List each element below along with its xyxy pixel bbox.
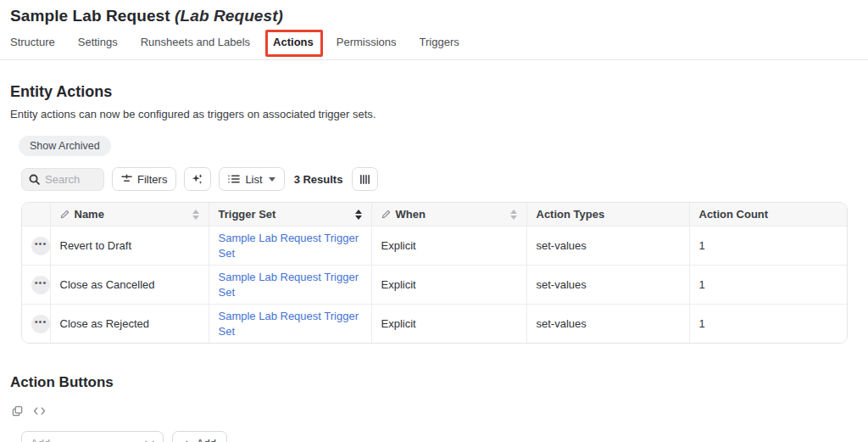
sort-icon-trigger-set[interactable] bbox=[355, 210, 362, 220]
trigger-set-link[interactable]: Sample Lab Request Trigger Set bbox=[219, 270, 362, 299]
search-input[interactable] bbox=[45, 173, 97, 186]
tab-triggers[interactable]: Triggers bbox=[420, 36, 459, 59]
entity-name: Sample Lab Request bbox=[10, 7, 170, 25]
pencil-icon bbox=[60, 210, 70, 219]
add-button[interactable]: + Add bbox=[172, 431, 227, 442]
code-icon[interactable] bbox=[33, 406, 46, 416]
row-menu-button[interactable]: ••• bbox=[31, 237, 50, 255]
sort-icon-name[interactable] bbox=[192, 210, 199, 220]
filter-icon bbox=[121, 174, 132, 184]
column-header-action-count[interactable]: Action Count bbox=[689, 203, 847, 227]
tab-actions[interactable]: Actions bbox=[273, 36, 314, 59]
action-buttons-controls: Add... + Add bbox=[0, 431, 868, 442]
search-icon bbox=[29, 174, 40, 185]
column-label-trigger-set: Trigger Set bbox=[219, 208, 276, 221]
table-row: ••• Revert to Draft Sample Lab Request T… bbox=[22, 227, 847, 266]
vertical-bars-icon bbox=[359, 174, 370, 185]
sparkles-button[interactable] bbox=[184, 167, 211, 191]
add-select[interactable]: Add... bbox=[21, 431, 164, 442]
page-title: Sample Lab Request (Lab Request) bbox=[10, 7, 858, 25]
table-header-row: Name Trigger Set bbox=[22, 203, 847, 227]
list-view-button[interactable]: List bbox=[219, 167, 284, 191]
cell-action-count: 1 bbox=[689, 266, 847, 305]
show-archived-button[interactable]: Show Archived bbox=[19, 136, 111, 156]
entity-actions-table: Name Trigger Set bbox=[21, 202, 848, 344]
table-toolbar: Filters List 3 Results bbox=[0, 167, 868, 191]
sparkles-icon bbox=[192, 173, 203, 185]
sort-icon-when[interactable] bbox=[510, 210, 517, 220]
tab-permissions[interactable]: Permissions bbox=[337, 36, 397, 59]
list-icon bbox=[228, 174, 240, 184]
add-select-placeholder: Add... bbox=[31, 437, 59, 442]
table-row: ••• Close as Rejected Sample Lab Request… bbox=[22, 305, 847, 344]
tab-bar: Structure Settings Runsheets and Labels … bbox=[0, 25, 868, 60]
cell-name: Revert to Draft bbox=[50, 227, 209, 266]
results-count: 3 Results bbox=[294, 173, 343, 186]
cell-when: Explicit bbox=[371, 305, 526, 344]
cell-action-types: set-values bbox=[526, 227, 689, 266]
column-header-trigger-set[interactable]: Trigger Set bbox=[209, 203, 371, 227]
column-label-action-count: Action Count bbox=[699, 208, 769, 221]
row-menu-button[interactable]: ••• bbox=[31, 315, 50, 333]
column-header-name[interactable]: Name bbox=[50, 203, 209, 227]
entity-actions-heading: Entity Actions bbox=[0, 83, 868, 101]
search-box[interactable] bbox=[21, 168, 104, 191]
tab-actions-label: Actions bbox=[273, 36, 314, 48]
cell-name: Close as Rejected bbox=[50, 305, 209, 344]
list-label: List bbox=[245, 173, 262, 186]
entity-actions-description: Entity actions can now be configured as … bbox=[0, 108, 868, 120]
column-density-button[interactable] bbox=[352, 167, 378, 191]
plus-icon: + bbox=[183, 436, 191, 442]
column-header-menu bbox=[22, 203, 50, 227]
page: Sample Lab Request (Lab Request) Structu… bbox=[0, 0, 868, 442]
cell-when: Explicit bbox=[371, 227, 526, 266]
table-row: ••• Close as Cancelled Sample Lab Reques… bbox=[22, 266, 847, 305]
cell-action-types: set-values bbox=[526, 266, 689, 305]
copy-icon[interactable] bbox=[12, 406, 23, 417]
row-menu-button[interactable]: ••• bbox=[31, 276, 50, 294]
cell-action-types: set-values bbox=[526, 305, 689, 344]
page-header: Sample Lab Request (Lab Request) bbox=[0, 0, 868, 25]
entity-type-subtitle: (Lab Request) bbox=[175, 7, 283, 25]
chevron-down-icon bbox=[269, 177, 275, 182]
trigger-set-link[interactable]: Sample Lab Request Trigger Set bbox=[219, 231, 362, 260]
tab-settings[interactable]: Settings bbox=[78, 36, 118, 59]
filters-button[interactable]: Filters bbox=[112, 167, 176, 191]
tab-runsheets-and-labels[interactable]: Runsheets and Labels bbox=[141, 36, 250, 59]
column-label-when: When bbox=[396, 208, 426, 221]
cell-action-count: 1 bbox=[689, 227, 847, 266]
filters-label: Filters bbox=[137, 173, 167, 186]
cell-when: Explicit bbox=[371, 266, 526, 305]
add-button-label: Add bbox=[197, 437, 216, 442]
pencil-icon bbox=[381, 210, 391, 219]
action-buttons-heading: Action Buttons bbox=[0, 374, 868, 391]
column-label-name: Name bbox=[75, 208, 104, 221]
column-header-when[interactable]: When bbox=[371, 203, 526, 227]
cell-name: Close as Cancelled bbox=[50, 266, 209, 305]
action-buttons-toolbar bbox=[0, 406, 868, 417]
cell-action-count: 1 bbox=[689, 305, 847, 344]
trigger-set-link[interactable]: Sample Lab Request Trigger Set bbox=[219, 309, 362, 338]
column-header-action-types[interactable]: Action Types bbox=[526, 203, 689, 227]
column-label-action-types: Action Types bbox=[537, 208, 605, 221]
tab-structure[interactable]: Structure bbox=[10, 36, 55, 59]
